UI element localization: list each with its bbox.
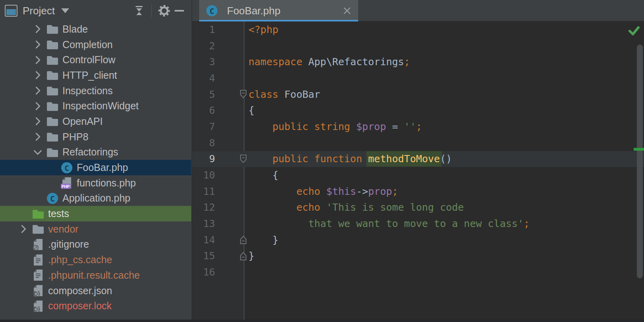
tree-item-inspectionwidget[interactable]: InspectionWidget (0, 98, 191, 114)
code-lines: 1<?php23namespace App\Refactorings;45cla… (192, 21, 644, 280)
inspections-status-button[interactable] (628, 24, 640, 39)
php-class-icon: C (46, 192, 59, 205)
fold-marker-up-icon[interactable] (215, 232, 244, 248)
editor-body[interactable]: 1<?php23namespace App\Refactorings;45cla… (192, 21, 644, 322)
chevron-right-icon[interactable] (32, 84, 46, 97)
chevron-right-icon[interactable] (32, 69, 46, 81)
code-line-1: 1<?php (192, 21, 644, 38)
chevron-right-icon[interactable] (32, 54, 46, 66)
folder-icon (46, 84, 59, 97)
fold-marker-down-icon[interactable] (215, 151, 244, 167)
folder-icon (46, 38, 59, 51)
code-text[interactable]: } (244, 234, 278, 246)
chevron-spacer (17, 208, 32, 220)
chevron-right-icon[interactable] (32, 115, 46, 128)
tree-item-foobar-php[interactable]: CFooBar.php (0, 160, 191, 175)
tree-item-label: ControlFlow (62, 54, 115, 66)
folder-icon (46, 115, 59, 128)
line-number: 3 (192, 56, 215, 68)
code-token: public string (248, 121, 356, 132)
file-text-icon (32, 254, 45, 266)
code-token: () (440, 153, 452, 165)
code-text[interactable]: namespace App\Refactorings; (244, 56, 410, 68)
chevron-down-icon[interactable] (61, 8, 69, 13)
code-text[interactable]: echo 'This is some long code (244, 202, 464, 213)
tree-item-label: PHP8 (62, 131, 88, 143)
tree-item-inspections[interactable]: Inspections (0, 83, 191, 99)
code-text[interactable]: echo $this->prop; (244, 186, 398, 197)
code-token: namespace (248, 56, 302, 68)
editor-tab-foobar-php[interactable]: C FooBar.php (199, 0, 358, 21)
svg-text:}: } (37, 290, 41, 297)
line-number: 5 (192, 89, 215, 100)
tree-item-functions-php[interactable]: PHPfunctions.php (0, 175, 191, 191)
line-number: 4 (192, 72, 215, 84)
project-tool-icon (5, 5, 17, 17)
code-text[interactable]: class FooBar (244, 89, 320, 100)
tree-item-http-client[interactable]: HTTP_client (0, 68, 191, 83)
tree-item-vendor[interactable]: vendor (0, 221, 191, 237)
code-text[interactable]: that we want to move to a new class'; (244, 218, 530, 229)
fold-marker-down-icon[interactable] (215, 86, 244, 103)
tree-item-refactorings[interactable]: Refactorings (0, 145, 191, 160)
collapse-all-button[interactable] (132, 3, 147, 18)
tree-item-label: functions.php (77, 177, 136, 189)
fold-column (215, 183, 244, 200)
hide-panel-button[interactable] (172, 3, 187, 18)
chevron-right-icon[interactable] (32, 23, 46, 35)
tree-item-label: tests (48, 208, 69, 219)
chevron-down-icon[interactable] (32, 146, 46, 159)
tree-item-label: FooBar.php (77, 162, 128, 173)
tree-item-tests[interactable]: tests (0, 206, 191, 221)
chevron-right-icon[interactable] (32, 100, 46, 113)
tree-item-composer-lock[interactable]: {}composer.lock (0, 298, 191, 314)
code-token: App\Refactorings (302, 56, 404, 68)
file-json-icon: {} (32, 284, 45, 297)
fold-column (215, 70, 244, 86)
project-toolwindow-title[interactable]: Project (23, 5, 55, 17)
code-token: -> (356, 186, 368, 197)
code-text[interactable]: { (244, 169, 278, 181)
svg-text:C: C (64, 163, 69, 173)
chevron-spacer (17, 269, 32, 281)
code-text[interactable]: <?php (244, 24, 278, 35)
code-line-14: 14 } (192, 232, 644, 248)
tree-item-label: Blade (62, 23, 88, 35)
settings-button[interactable] (157, 3, 172, 18)
tree-item-controlflow[interactable]: ControlFlow (0, 52, 191, 68)
tree-item-label: Application.php (62, 192, 130, 204)
editor-scrollbar[interactable] (637, 45, 643, 278)
tree-item-completion[interactable]: Completion (0, 37, 191, 52)
tree-item-phpunit-result-cache[interactable]: .phpunit.result.cache (0, 268, 191, 283)
line-number: 11 (192, 186, 215, 197)
chevron-right-icon[interactable] (17, 223, 32, 235)
tree-item-label: HTTP_client (62, 70, 117, 81)
fold-column (215, 21, 244, 38)
tree-item-application-php[interactable]: CApplication.php (0, 191, 191, 206)
tree-item-composer-json[interactable]: {}composer.json (0, 283, 191, 299)
chevron-right-icon[interactable] (32, 38, 46, 51)
code-text[interactable]: public function methodToMove() (244, 153, 452, 165)
fold-marker-up-icon[interactable] (215, 248, 244, 264)
tree-item-php-cs-cache[interactable]: .php_cs.cache (0, 252, 191, 268)
code-token: class (248, 89, 278, 100)
fold-column (215, 215, 244, 232)
svg-text:}: } (37, 306, 41, 313)
code-text[interactable]: { (244, 105, 254, 116)
tree-item-gitignore[interactable]: .gitignore (0, 237, 191, 252)
code-token: '' (404, 121, 416, 132)
chevron-spacer (17, 238, 32, 251)
tree-item-openapi[interactable]: OpenAPI (0, 114, 191, 129)
tree-item-php8[interactable]: PHP8 (0, 129, 191, 145)
php-class-icon: C (206, 4, 218, 17)
tree-item-blade[interactable]: Blade (0, 21, 191, 37)
code-token: = (386, 121, 404, 132)
tree-item-label: Refactorings (62, 146, 118, 158)
chevron-right-icon[interactable] (32, 130, 46, 143)
code-text[interactable]: public string $prop = ''; (244, 121, 422, 132)
code-line-15: 15} (192, 248, 644, 264)
analysis-marker[interactable] (634, 148, 644, 151)
code-line-9: 9 public function methodToMove() (192, 151, 644, 167)
tab-close-button[interactable] (342, 6, 352, 16)
project-tree: BladeCompletionControlFlowHTTP_clientIns… (0, 21, 191, 322)
